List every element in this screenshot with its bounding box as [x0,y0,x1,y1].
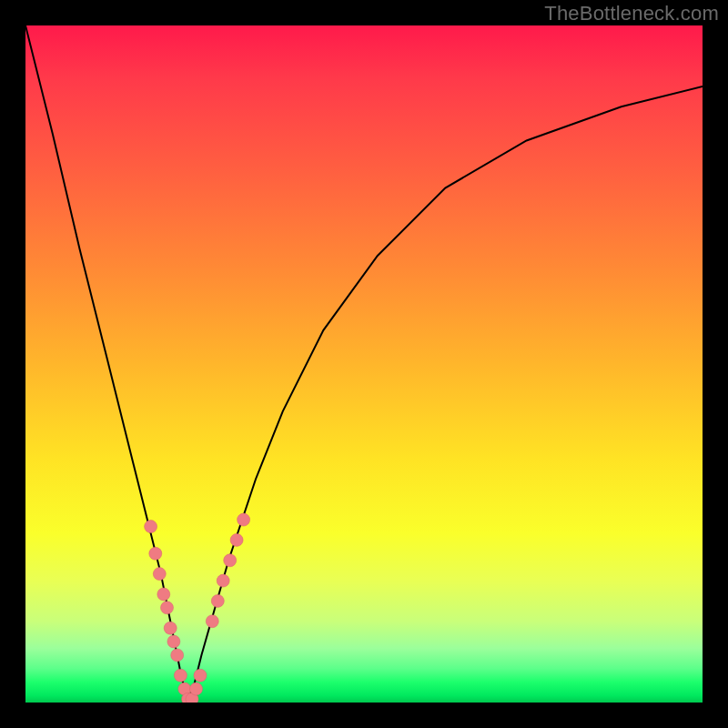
sample-dot [206,615,218,628]
sample-dot [224,554,237,567]
outer-frame: TheBottleneck.com [0,0,728,728]
bottleneck-curve [25,25,703,703]
sample-dot [161,602,174,614]
sample-dot [174,669,187,682]
watermark-text: TheBottleneck.com [544,2,719,25]
sample-dots-group [145,513,250,703]
sample-dot [230,533,243,546]
sample-dot [217,574,229,587]
sample-dot [171,649,184,662]
chart-svg [25,25,703,703]
sample-dot [145,521,157,533]
sample-dot [167,635,180,648]
sample-dot [211,594,224,607]
sample-dot [238,513,250,526]
sample-dot [194,669,207,682]
sample-dot [157,588,170,601]
plot-area [25,25,703,703]
sample-dot [164,622,177,634]
sample-dot [153,568,166,581]
sample-dot [190,682,203,695]
sample-dot [149,547,162,560]
